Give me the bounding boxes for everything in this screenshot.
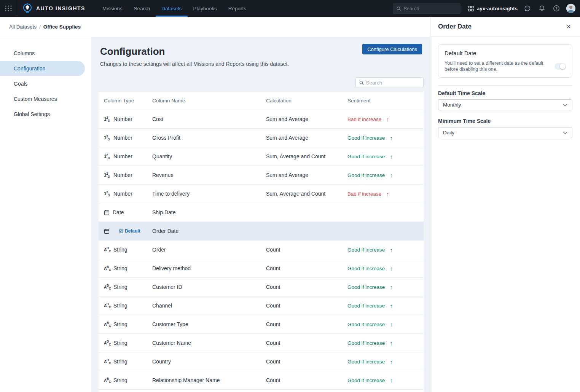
nav-item-reports[interactable]: Reports bbox=[223, 0, 252, 17]
app-body: All Datasets / Office Supplies ColumnsCo… bbox=[0, 17, 580, 392]
calculation-cell: Count bbox=[266, 247, 347, 253]
column-type-label: String bbox=[113, 284, 127, 290]
column-type-label: String bbox=[113, 340, 127, 346]
global-search[interactable] bbox=[393, 3, 460, 14]
column-name-cell: Relationship Manager Name bbox=[152, 377, 266, 383]
trend-up-icon: ↑ bbox=[390, 284, 393, 290]
column-header: Column Type bbox=[99, 98, 152, 104]
sentiment-label: Good if increase bbox=[347, 340, 385, 346]
search-icon bbox=[359, 80, 364, 85]
trend-up-icon: ↑ bbox=[390, 359, 393, 365]
table-header: Column TypeColumn NameCalculationSentime… bbox=[99, 92, 424, 110]
calculation-cell: Count bbox=[266, 359, 347, 365]
column-type-cell: ABCString bbox=[99, 284, 152, 290]
table-row[interactable]: ABCStringCustomer IDCountGood if increas… bbox=[99, 277, 424, 296]
sentiment-cell: Bad if increase↑ bbox=[347, 116, 424, 123]
table-row[interactable]: ABCStringChannelCountGood if increase↑ bbox=[99, 296, 424, 315]
top-nav: AUTO INSIGHTS MissionsSearchDatasetsPlay… bbox=[0, 0, 580, 17]
column-name-cell: Customer Type bbox=[152, 321, 266, 327]
column-name-cell: Country bbox=[152, 359, 266, 365]
help-button[interactable]: ? bbox=[552, 4, 561, 13]
sidebar-item-goals[interactable]: Goals bbox=[0, 76, 85, 91]
string-icon: ABC bbox=[104, 284, 110, 290]
calendar-icon bbox=[104, 210, 110, 215]
app-switcher-button[interactable] bbox=[0, 0, 17, 17]
nav-menu: MissionsSearchDatasetsPlaybooksReports bbox=[97, 0, 252, 17]
string-icon: ABC bbox=[104, 321, 110, 328]
calculation-cell: Sum, Average and Count bbox=[266, 153, 347, 159]
minimum-time-scale-select[interactable]: Daily bbox=[438, 127, 572, 138]
column-type-label: Number bbox=[113, 191, 132, 197]
table-row[interactable]: 123NumberTime to deliverySum, Average an… bbox=[99, 184, 424, 203]
trend-up-icon: ↑ bbox=[390, 247, 393, 253]
table-row[interactable]: DefaultOrder Date bbox=[99, 221, 424, 240]
table-row[interactable]: 123NumberQuantitySum, Average and CountG… bbox=[99, 147, 424, 166]
table-body: 123NumberCostSum and AverageBad if incre… bbox=[99, 110, 424, 389]
user-avatar[interactable] bbox=[566, 4, 575, 13]
table-row[interactable]: 123NumberCostSum and AverageBad if incre… bbox=[99, 110, 424, 128]
workspace-name: ayx-autoinsights bbox=[477, 6, 518, 11]
table-row[interactable]: ABCStringRelationship Manager NameCountG… bbox=[99, 371, 424, 389]
workspace-switcher[interactable]: ayx-autoinsights bbox=[468, 6, 518, 11]
nav-item-search[interactable]: Search bbox=[128, 0, 156, 17]
trend-up-icon: ↑ bbox=[386, 191, 389, 197]
default-time-scale-select[interactable]: Monthly bbox=[438, 99, 572, 110]
calculation-cell: Sum and Average bbox=[266, 116, 347, 122]
column-name-cell: Customer ID bbox=[152, 284, 266, 290]
column-type-label: Number bbox=[113, 153, 132, 159]
svg-text:?: ? bbox=[555, 6, 558, 10]
minimum-time-scale-label: Minimum Time Scale bbox=[438, 118, 572, 124]
close-icon: ✕ bbox=[566, 24, 571, 30]
table-row[interactable]: DateShip Date bbox=[99, 203, 424, 221]
column-type-cell: ABCString bbox=[99, 377, 152, 384]
column-type-cell: 123Number bbox=[99, 116, 152, 123]
column-type-label: String bbox=[113, 265, 127, 271]
table-row[interactable]: ABCStringCustomer TypeCountGood if incre… bbox=[99, 315, 424, 333]
default-date-description: You'll need to set a different date as t… bbox=[445, 60, 549, 72]
global-search-input[interactable] bbox=[403, 6, 457, 11]
calculation-cell: Count bbox=[266, 377, 347, 383]
calculation-cell: Count bbox=[266, 265, 347, 271]
sentiment-label: Good if increase bbox=[347, 378, 385, 383]
table-row[interactable]: ABCStringCountryCountGood if increase↑ bbox=[99, 352, 424, 371]
trend-up-icon: ↑ bbox=[386, 116, 389, 123]
order-date-panel: Order Date ✕ Default Date You'll need to… bbox=[430, 17, 580, 392]
table-row-partial bbox=[99, 389, 424, 392]
table-search-row bbox=[99, 77, 424, 88]
trend-up-icon: ↑ bbox=[390, 265, 393, 272]
nav-item-missions[interactable]: Missions bbox=[97, 0, 128, 17]
table-row[interactable]: ABCStringCustomer NameCountGood if incre… bbox=[99, 333, 424, 352]
breadcrumb-all-datasets[interactable]: All Datasets bbox=[9, 24, 37, 30]
chevron-down-icon bbox=[563, 131, 567, 134]
calculation-cell: Sum and Average bbox=[266, 135, 347, 141]
table-row[interactable]: 123NumberGross ProfitSum and AverageGood… bbox=[99, 128, 424, 147]
table-row[interactable]: ABCStringDelivery methodCountGood if inc… bbox=[99, 259, 424, 277]
column-header: Column Name bbox=[152, 98, 266, 104]
sidebar-item-global-settings[interactable]: Global Settings bbox=[0, 107, 85, 122]
default-date-title: Default Date bbox=[445, 50, 566, 56]
table-search[interactable] bbox=[355, 77, 424, 88]
table-row[interactable]: 123NumberRevenueSum and AverageGood if i… bbox=[99, 166, 424, 184]
panel-title: Order Date bbox=[438, 23, 472, 30]
column-name-cell: Ship Date bbox=[152, 209, 266, 215]
sidebar-item-custom-measures[interactable]: Custom Measures bbox=[0, 91, 85, 107]
chat-button[interactable] bbox=[523, 4, 532, 13]
column-name-cell: Delivery method bbox=[152, 265, 266, 271]
nav-item-playbooks[interactable]: Playbooks bbox=[188, 0, 223, 17]
panel-close-button[interactable]: ✕ bbox=[566, 23, 572, 30]
sidebar-item-columns[interactable]: Columns bbox=[0, 46, 85, 61]
sentiment-cell: Good if increase↑ bbox=[347, 321, 424, 328]
nav-item-datasets[interactable]: Datasets bbox=[156, 0, 187, 17]
table-row[interactable]: ABCStringOrderCountGood if increase↑ bbox=[99, 240, 424, 259]
configure-calculations-button[interactable]: Configure Calculations bbox=[362, 44, 422, 54]
column-type-cell: 123Number bbox=[99, 134, 152, 141]
column-type-cell: ABCString bbox=[99, 339, 152, 346]
chat-icon bbox=[524, 5, 531, 12]
bell-icon bbox=[539, 5, 545, 12]
table-search-input[interactable] bbox=[366, 80, 420, 86]
sidebar-item-configuration[interactable]: Configuration bbox=[0, 61, 85, 76]
notifications-button[interactable] bbox=[537, 4, 547, 13]
panel-header: Order Date ✕ bbox=[430, 17, 580, 37]
brand[interactable]: AUTO INSIGHTS bbox=[17, 3, 91, 14]
default-date-toggle[interactable] bbox=[555, 63, 566, 70]
